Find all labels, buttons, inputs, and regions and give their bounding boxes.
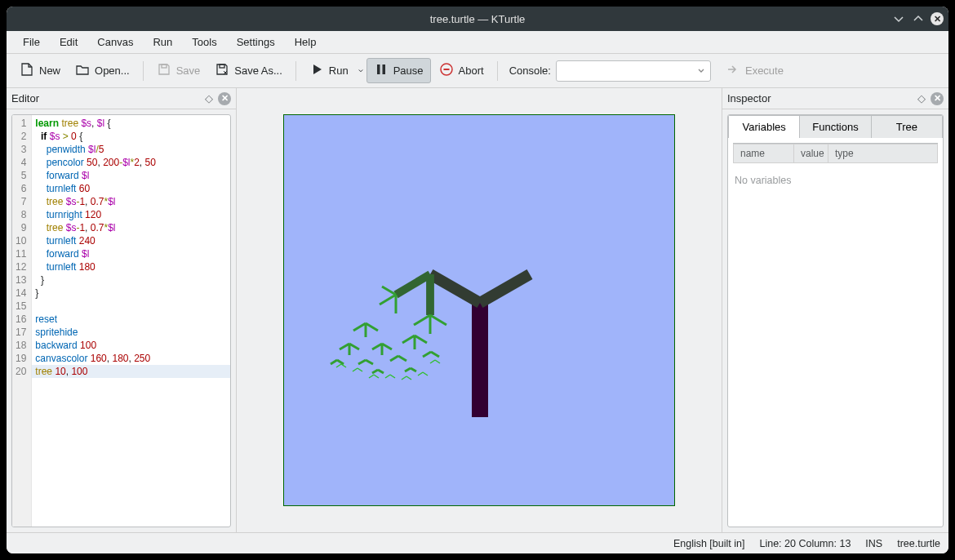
pause-icon — [374, 62, 389, 79]
code-line[interactable] — [35, 300, 227, 313]
inspector-table: name value type — [733, 143, 938, 163]
play-icon — [309, 62, 324, 79]
code-line[interactable]: learn tree $s, $l { — [35, 117, 227, 130]
svg-line-10 — [396, 274, 430, 295]
code-line[interactable]: tree 10, 100 — [35, 365, 227, 378]
menu-file[interactable]: File — [13, 33, 50, 51]
svg-rect-3 — [382, 64, 385, 74]
dock-close-icon[interactable]: ✕ — [931, 92, 944, 105]
svg-rect-1 — [220, 64, 224, 68]
dock-close-icon[interactable]: ✕ — [218, 92, 231, 105]
status-mode[interactable]: INS — [865, 538, 882, 549]
col-name[interactable]: name — [734, 144, 794, 162]
code-line[interactable]: pencolor 50, 200-$l*2, 50 — [35, 156, 227, 169]
code-line[interactable]: tree $s-1, 0.7*$l — [35, 221, 227, 234]
open-button[interactable]: Open... — [69, 59, 136, 82]
execute-button[interactable]: Execute — [719, 59, 790, 82]
status-language[interactable]: English [built in] — [673, 538, 745, 549]
document-new-icon — [20, 62, 34, 79]
svg-rect-5 — [443, 69, 449, 70]
menu-settings[interactable]: Settings — [227, 33, 285, 51]
save-as-button[interactable]: Save As... — [208, 59, 289, 82]
run-button[interactable]: Run — [303, 59, 355, 82]
inspector-dock: Inspector ◇ ✕ Variables Functions Tree n… — [722, 88, 948, 532]
code-line[interactable]: forward $l — [35, 169, 227, 182]
statusbar: English [built in] Line: 20 Column: 13 I… — [7, 532, 948, 553]
menu-run[interactable]: Run — [143, 33, 182, 51]
menu-canvas[interactable]: Canvas — [87, 33, 143, 51]
svg-line-8 — [430, 274, 480, 303]
tab-functions[interactable]: Functions — [800, 115, 871, 138]
code-line[interactable]: turnleft 180 — [35, 260, 227, 273]
editor-dock: Editor ◇ ✕ 12345678910111213141516171819… — [7, 88, 237, 532]
svg-rect-0 — [162, 64, 167, 68]
abort-icon — [439, 62, 454, 79]
code-line[interactable]: turnleft 240 — [35, 234, 227, 247]
pause-button[interactable]: Pause — [366, 58, 431, 83]
execute-icon — [726, 62, 740, 79]
inspector-empty-text: No variables — [728, 168, 943, 193]
code-line[interactable]: forward $l — [35, 247, 227, 260]
console-label: Console: — [509, 64, 551, 77]
console-combo[interactable] — [556, 60, 711, 82]
code-line[interactable]: if $s > 0 { — [35, 130, 227, 143]
document-open-icon — [75, 62, 90, 79]
inspector-title: Inspector — [727, 92, 771, 104]
code-line[interactable]: turnright 120 — [35, 208, 227, 221]
window-title: tree.turtle — KTurtle — [430, 13, 526, 25]
dock-float-icon[interactable]: ◇ — [914, 91, 929, 106]
code-line[interactable]: tree $s-1, 0.7*$l — [35, 195, 227, 208]
menu-edit[interactable]: Edit — [50, 33, 87, 51]
new-button[interactable]: New — [13, 59, 67, 82]
col-type[interactable]: type — [828, 144, 937, 162]
maximize-icon[interactable] — [911, 11, 926, 26]
code-line[interactable]: spritehide — [35, 326, 227, 339]
code-editor[interactable]: 1234567891011121314151617181920 learn tr… — [11, 114, 231, 527]
code-line[interactable]: turnleft 60 — [35, 182, 227, 195]
code-line[interactable]: backward 100 — [35, 339, 227, 352]
menu-help[interactable]: Help — [285, 33, 326, 51]
document-save-as-icon — [215, 62, 229, 79]
status-position: Line: 20 Column: 13 — [759, 538, 851, 549]
status-file: tree.turtle — [897, 538, 940, 549]
code-line[interactable]: penwidth $l/5 — [35, 143, 227, 156]
editor-title: Editor — [11, 92, 39, 104]
tab-variables[interactable]: Variables — [728, 115, 800, 138]
titlebar[interactable]: tree.turtle — KTurtle ✕ — [7, 7, 948, 31]
code-line[interactable]: } — [35, 273, 227, 287]
dock-float-icon[interactable]: ◇ — [202, 91, 216, 106]
canvas-area — [237, 88, 722, 532]
svg-line-7 — [480, 274, 530, 303]
turtle-canvas — [283, 114, 675, 506]
code-line[interactable]: canvascolor 160, 180, 250 — [35, 352, 227, 365]
run-dropdown[interactable] — [357, 68, 365, 74]
col-value[interactable]: value — [794, 144, 828, 162]
toolbar: New Open... Save Save As... Run — [7, 54, 948, 88]
close-icon[interactable]: ✕ — [931, 12, 944, 25]
minimize-icon[interactable] — [891, 11, 906, 26]
tab-tree[interactable]: Tree — [872, 115, 943, 138]
code-line[interactable]: reset — [35, 313, 227, 326]
window: tree.turtle — KTurtle ✕ File Edit Canvas… — [7, 7, 948, 553]
abort-button[interactable]: Abort — [433, 59, 491, 82]
save-button[interactable]: Save — [150, 59, 207, 82]
code-line[interactable]: } — [35, 287, 227, 300]
svg-rect-2 — [377, 64, 380, 74]
document-save-icon — [157, 62, 171, 79]
menu-tools[interactable]: Tools — [182, 33, 226, 51]
menubar: File Edit Canvas Run Tools Settings Help — [7, 31, 948, 54]
